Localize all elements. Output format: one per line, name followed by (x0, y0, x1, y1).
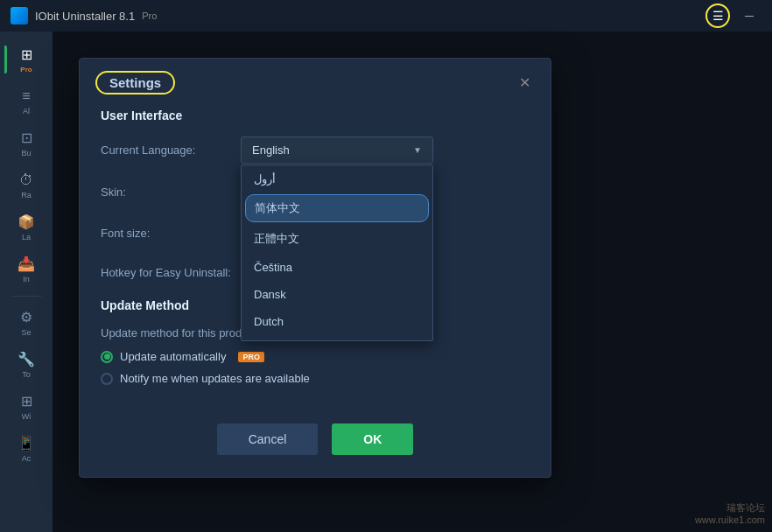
tools-label: To (22, 370, 31, 379)
sidebar-item-all[interactable]: ≡ Al (4, 82, 48, 121)
language-dropdown-menu: أرول 简体中文 正體中文 Čeština Dansk Dutch Engli… (241, 164, 433, 341)
language-option-simplified-chinese[interactable]: 简体中文 (245, 194, 429, 222)
sidebar-item-bundleware[interactable]: ⊡ Bu (4, 124, 48, 163)
sidebar-divider (11, 296, 42, 297)
pro-label: Pro (20, 66, 32, 74)
dialog-body: User Interface Current Language: English… (80, 103, 551, 411)
auto-update-row: Update automatically PRO (101, 350, 530, 363)
bundleware-label: Bu (21, 149, 31, 158)
sidebar-item-programs[interactable]: ⊞ Pro (4, 40, 48, 79)
sidebar-item-installer[interactable]: 📥 In (4, 250, 48, 289)
language-option-danish[interactable]: Dansk (242, 281, 432, 308)
language-option-czech[interactable]: Čeština (242, 254, 432, 281)
sidebar-item-apps[interactable]: 📱 Ac (4, 430, 48, 468)
sidebar-item-large[interactable]: 📦 La (4, 208, 48, 247)
notify-update-row: Notify me when updates are available (101, 372, 530, 385)
language-option-traditional-chinese[interactable]: 正體中文 (242, 224, 432, 254)
all-label: Al (23, 107, 30, 116)
auto-update-label: Update automatically (120, 350, 226, 363)
sidebar-item-settings[interactable]: ⚙ Se (4, 304, 48, 342)
dialog-title: Settings (95, 71, 175, 94)
large-icon: 📦 (18, 214, 35, 230)
font-size-label: Font size: (101, 227, 241, 240)
tools-icon: 🔧 (18, 351, 35, 368)
recently-icon: ⏱ (19, 172, 33, 188)
settings-label: Se (21, 328, 31, 337)
sidebar-item-recently[interactable]: ⏱ Ra (4, 166, 48, 205)
user-interface-section-title: User Interface (101, 108, 530, 122)
installer-icon: 📥 (18, 256, 35, 272)
bundleware-icon: ⊡ (21, 130, 32, 146)
notify-update-radio[interactable] (101, 373, 113, 385)
dialog-footer: Cancel OK (80, 411, 551, 472)
titlebar-left: IObit Uninstaller 8.1 Pro (11, 7, 157, 24)
watermark-line1: 瑞客论坛 (695, 501, 765, 514)
sidebar-item-tools[interactable]: 🔧 To (4, 346, 48, 384)
settings-icon: ⚙ (20, 309, 32, 326)
language-option-arwel[interactable]: أرول (242, 165, 432, 192)
main-layout: ⊞ Pro ≡ Al ⊡ Bu ⏱ Ra 📦 La 📥 In ⚙ Se 🔧 (0, 32, 772, 532)
watermark-line2: www.ruike1.com (695, 514, 765, 525)
sidebar: ⊞ Pro ≡ Al ⊡ Bu ⏱ Ra 📦 La 📥 In ⚙ Se 🔧 (0, 32, 53, 532)
app-logo (11, 7, 28, 24)
skin-label: Skin: (101, 186, 241, 199)
programs-icon: ⊞ (21, 46, 32, 63)
apps-icon: 📱 (18, 435, 35, 452)
cancel-button[interactable]: Cancel (217, 424, 319, 455)
sidebar-item-windows[interactable]: ⊞ Wi (4, 388, 48, 426)
apps-label: Ac (22, 454, 32, 463)
language-options-list: أرول 简体中文 正體中文 Čeština Dansk Dutch Engli… (242, 165, 432, 340)
dialog-header: Settings ✕ (80, 59, 551, 103)
menu-button[interactable]: ☰ (705, 4, 730, 28)
titlebar-right: ☰ ─ (705, 4, 761, 28)
settings-dialog: Settings ✕ User Interface Current Langua… (79, 58, 551, 478)
notify-update-label: Notify me when updates are available (120, 372, 310, 385)
app-version: Pro (142, 10, 157, 21)
hotkey-label: Hotkey for Easy Uninstall: (101, 266, 241, 279)
language-label: Current Language: (101, 144, 241, 157)
auto-update-radio[interactable] (101, 351, 113, 363)
large-label: La (22, 233, 31, 242)
installer-label: In (23, 275, 30, 284)
windows-label: Wi (22, 412, 32, 421)
language-option-dutch[interactable]: Dutch (242, 308, 432, 335)
windows-icon: ⊞ (21, 393, 32, 410)
language-selected-text: English (252, 144, 290, 157)
language-option-english[interactable]: English (242, 335, 432, 340)
ok-button[interactable]: OK (332, 424, 413, 455)
language-dropdown[interactable]: English ▼ (241, 136, 433, 164)
dialog-overlay: Settings ✕ User Interface Current Langua… (53, 32, 772, 532)
close-button[interactable]: ✕ (514, 73, 535, 94)
language-control: English ▼ أرول 简体中文 正體中文 Čeština (241, 136, 530, 164)
app-title: IObit Uninstaller 8.1 (35, 10, 135, 23)
watermark: 瑞客论坛 www.ruike1.com (695, 501, 765, 525)
recently-label: Ra (21, 191, 32, 200)
pro-badge: PRO (238, 352, 264, 362)
minimize-button[interactable]: ─ (737, 4, 761, 28)
titlebar: IObit Uninstaller 8.1 Pro ☰ ─ (0, 0, 772, 32)
language-row: Current Language: English ▼ أرول 简体中文 (101, 136, 530, 164)
content-area: Settings ✕ User Interface Current Langua… (53, 32, 772, 532)
dropdown-arrow-icon: ▼ (413, 145, 422, 155)
all-icon: ≡ (22, 88, 30, 104)
